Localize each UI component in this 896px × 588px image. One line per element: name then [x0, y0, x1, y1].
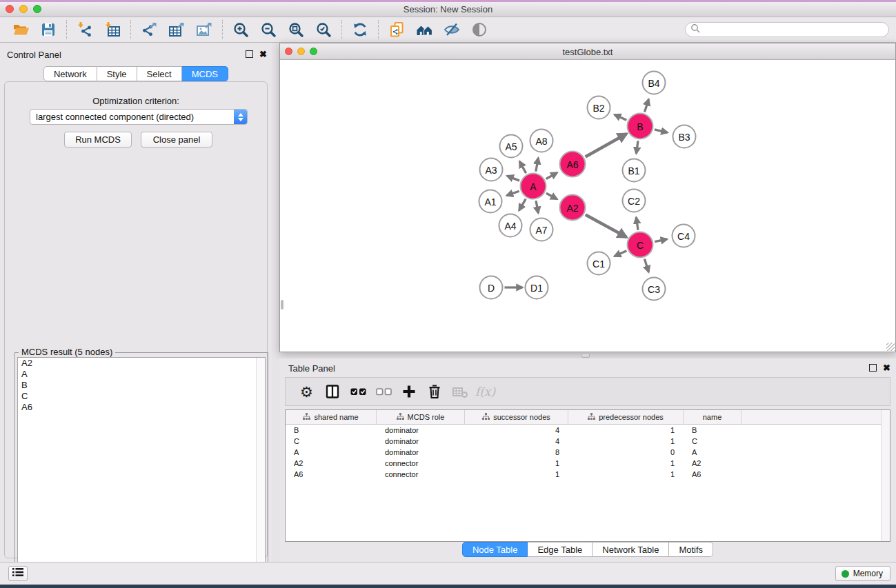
- edge-A-A4[interactable]: [519, 199, 526, 211]
- columns-icon[interactable]: [319, 380, 345, 403]
- edge-C-C2[interactable]: [636, 217, 638, 230]
- close-panel-icon[interactable]: ✖: [259, 50, 267, 58]
- graph-node-C2[interactable]: C2: [622, 189, 646, 213]
- deselect-all-icon[interactable]: [370, 380, 396, 403]
- export-image-icon[interactable]: [190, 19, 218, 40]
- graph-node-B3[interactable]: B3: [673, 125, 697, 149]
- tab-style[interactable]: Style: [97, 66, 137, 81]
- float-table-panel-icon[interactable]: [869, 364, 877, 372]
- table-row[interactable]: Cdominator41C: [286, 436, 890, 447]
- graph-node-D1[interactable]: D1: [525, 276, 549, 300]
- edge-B-B2[interactable]: [615, 114, 627, 120]
- graph-node-A6[interactable]: A6: [559, 151, 586, 178]
- table-tab-motifs[interactable]: Motifs: [669, 542, 713, 557]
- graph-node-A3[interactable]: A3: [479, 158, 504, 182]
- zoom-out-icon[interactable]: [255, 19, 282, 40]
- task-history-button[interactable]: [8, 566, 28, 581]
- duplicate-network-icon[interactable]: [383, 19, 410, 40]
- import-table-icon[interactable]: [99, 19, 126, 40]
- network-canvas[interactable]: B4B2BB3A8A5A6A3B1AC2A1A2A4A7C4CC1C3DD1: [280, 60, 895, 352]
- network-window-titlebar[interactable]: testGlobe.txt: [280, 43, 895, 60]
- column-header-predecessor-nodes[interactable]: predecessor nodes: [568, 410, 684, 424]
- graph-node-B4[interactable]: B4: [642, 71, 666, 95]
- export-network-icon[interactable]: [135, 19, 163, 40]
- split-divider-handle[interactable]: [581, 353, 590, 358]
- edge-A-A1[interactable]: [507, 191, 519, 195]
- mcds-result-item[interactable]: A: [18, 369, 265, 380]
- edge-C-C1[interactable]: [615, 251, 627, 256]
- tab-network[interactable]: Network: [43, 66, 97, 81]
- import-network-icon[interactable]: [71, 19, 99, 40]
- table-tab-node-table[interactable]: Node Table: [462, 542, 528, 557]
- home-icon[interactable]: [410, 19, 438, 40]
- criterion-dropdown[interactable]: largest connected component (directed): [30, 109, 248, 125]
- table-row[interactable]: A6connector11A6: [286, 469, 890, 480]
- graph-node-A1[interactable]: A1: [479, 190, 503, 214]
- tab-select[interactable]: Select: [137, 66, 182, 81]
- edge-A-A8[interactable]: [536, 158, 539, 172]
- search-box[interactable]: [685, 22, 889, 37]
- edge-C-C4[interactable]: [655, 239, 667, 242]
- edge-A2-C[interactable]: [586, 214, 627, 237]
- result-scrollbar[interactable]: [256, 358, 265, 587]
- graph-node-A5[interactable]: A5: [499, 134, 524, 159]
- edge-A-A3[interactable]: [507, 176, 519, 181]
- zoom-fit-icon[interactable]: [282, 19, 310, 40]
- export-table-icon[interactable]: [163, 19, 190, 40]
- graph-node-A4[interactable]: A4: [499, 214, 523, 238]
- mcds-result-item[interactable]: B: [18, 380, 265, 391]
- column-header-MCDS-role[interactable]: MCDS role: [377, 410, 465, 424]
- edge-A-A5[interactable]: [519, 161, 526, 173]
- edge-B-B1[interactable]: [636, 141, 638, 153]
- search-input[interactable]: [700, 23, 888, 36]
- graph-node-D[interactable]: D: [479, 276, 504, 300]
- graph-node-C3[interactable]: C3: [642, 277, 666, 301]
- mcds-result-item[interactable]: A6: [18, 402, 265, 413]
- run-mcds-button[interactable]: Run MCDS: [64, 132, 132, 148]
- graph-node-A[interactable]: A: [520, 173, 547, 200]
- eye-icon[interactable]: [466, 19, 493, 40]
- table-scrollbar[interactable]: [881, 410, 890, 541]
- table-tab-edge-table[interactable]: Edge Table: [528, 542, 593, 557]
- mcds-result-item[interactable]: A2: [18, 358, 265, 369]
- edge-A-A2[interactable]: [546, 193, 557, 199]
- mcds-result-list[interactable]: A2ABCA6: [17, 357, 266, 588]
- edge-C-C3[interactable]: [644, 259, 648, 272]
- select-all-icon[interactable]: [345, 380, 370, 403]
- mcds-result-item[interactable]: C: [18, 391, 265, 402]
- add-row-icon[interactable]: [396, 380, 421, 403]
- edge-A-A6[interactable]: [546, 173, 557, 179]
- graph-node-C4[interactable]: C4: [672, 224, 696, 248]
- column-header-successor-nodes[interactable]: successor nodes: [465, 410, 568, 424]
- graph-node-B1[interactable]: B1: [622, 159, 646, 183]
- column-header-name[interactable]: name: [684, 410, 741, 424]
- graph-node-A8[interactable]: A8: [530, 129, 554, 153]
- graph-node-C1[interactable]: C1: [587, 252, 611, 276]
- eye-slash-icon[interactable]: [438, 19, 466, 40]
- graph-node-A2[interactable]: A2: [559, 194, 586, 221]
- table-row[interactable]: Bdominator41B: [286, 425, 890, 436]
- delete-row-icon[interactable]: [421, 380, 447, 403]
- close-panel-button[interactable]: Close panel: [141, 132, 212, 148]
- graph-node-A7[interactable]: A7: [530, 218, 554, 242]
- edge-B-B4[interactable]: [645, 99, 649, 112]
- table-tab-network-table[interactable]: Network Table: [593, 542, 669, 557]
- zoom-selected-icon[interactable]: [310, 19, 337, 40]
- close-table-panel-icon[interactable]: ✖: [883, 364, 890, 372]
- open-session-icon[interactable]: [7, 19, 34, 40]
- memory-button[interactable]: Memory: [835, 566, 890, 581]
- save-session-icon[interactable]: [34, 19, 62, 40]
- graph-node-C[interactable]: C: [627, 232, 654, 258]
- refresh-icon[interactable]: [346, 19, 374, 40]
- settings-icon[interactable]: ⚙: [294, 380, 319, 403]
- float-panel-icon[interactable]: [246, 50, 253, 58]
- edge-A6-B[interactable]: [586, 134, 627, 157]
- column-header-shared-name[interactable]: shared name: [286, 410, 377, 424]
- table-row[interactable]: Adominator80A: [286, 447, 890, 458]
- edge-A-A7[interactable]: [536, 201, 538, 213]
- zoom-in-icon[interactable]: [227, 19, 255, 40]
- edge-B-B3[interactable]: [655, 130, 668, 132]
- tab-mcds[interactable]: MCDS: [182, 66, 228, 81]
- graph-node-B[interactable]: B: [627, 113, 654, 140]
- table-row[interactable]: A2connector11A2: [286, 458, 890, 469]
